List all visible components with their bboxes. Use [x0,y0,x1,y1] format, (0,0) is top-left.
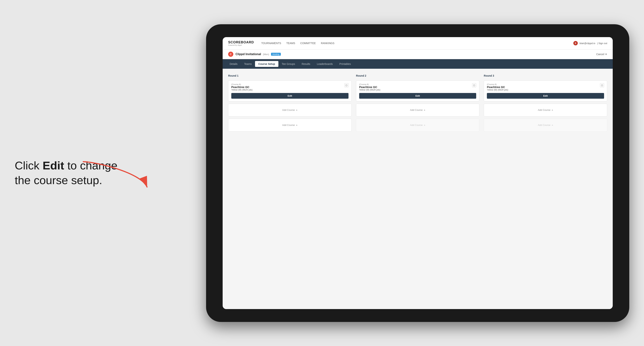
course-name: Peachtree GC [231,85,253,89]
tab-results[interactable]: Results [298,61,314,67]
cancel-button[interactable]: Cancel ✕ [596,53,607,56]
nav-teams[interactable]: TEAMS [286,42,295,45]
round-2-label: Round 2 [356,74,480,77]
add-course-card-r3-2: Add Course + [484,119,607,132]
tab-printables[interactable]: Printables [336,61,354,67]
add-course-card-r1-2[interactable]: Add Course + [228,119,352,132]
course-details-r3: Yellow (M) (6629 yds) [487,89,508,91]
add-course-card-r2-1[interactable]: Add Course + [356,104,480,117]
hosting-badge: Hosting [271,53,281,56]
round-3-label: Round 3 [484,74,607,77]
round-1-column: Round 1 (Course A) Peachtree GC Yellow (… [228,74,352,132]
user-area: B blair@clippd.io | Sign out [573,41,607,45]
rounds-grid: Round 1 (Course A) Peachtree GC Yellow (… [228,74,607,132]
round-2-course-card: (Course A) Peachtree GC Yellow (M) (6629… [356,80,480,101]
user-email: blair@clippd.io [580,42,595,45]
course-tag-r2: (Course A) [359,83,380,85]
course-card-header-r3: (Course A) Peachtree GC Yellow (M) (6629… [487,83,604,91]
course-details-r2: Yellow (M) (6629 yds) [359,89,380,91]
round-2-column: Round 2 (Course A) Peachtree GC Yellow (… [356,74,480,132]
logo-area: SCOREBOARD Powered by clippd [228,40,254,46]
nav-committee[interactable]: COMMITTEE [300,42,316,45]
add-course-card-r3-1[interactable]: Add Course + [484,104,607,117]
course-name-r3: Peachtree GC [487,85,508,89]
nav-links: TOURNAMENTS TEAMS COMMITTEE RANKINGS [261,42,573,45]
course-card-header-r2: (Course A) Peachtree GC Yellow (M) (6629… [359,83,476,91]
logo-scoreboard: SCOREBOARD [228,40,254,44]
delete-course-button[interactable]: ⊡ [344,83,348,87]
tab-leaderboards[interactable]: Leaderboards [314,61,336,67]
tablet-screen: SCOREBOARD Powered by clippd TOURNAMENTS… [223,37,613,309]
nav-tournaments[interactable]: TOURNAMENTS [261,42,281,45]
tournament-logo: C [228,52,233,57]
course-name-r2: Peachtree GC [359,85,380,89]
round-3-column: Round 3 (Course A) Peachtree GC Yellow (… [484,74,607,132]
edit-course-button-r1[interactable]: Edit [231,93,348,99]
round-3-course-card: (Course A) Peachtree GC Yellow (M) (6629… [484,80,607,101]
tournament-gender: (Men) [263,53,269,56]
instruction-bold: Edit [43,159,64,172]
course-tag: (Course A) [231,83,253,85]
sign-out-link[interactable]: | Sign out [597,42,607,45]
course-details: Yellow (M) (6629 yds) [231,89,253,91]
top-nav: SCOREBOARD Powered by clippd TOURNAMENTS… [223,37,613,50]
tournament-bar: C Clippd Invitational (Men) Hosting Canc… [223,50,613,59]
add-course-card-r1-1[interactable]: Add Course + [228,104,352,117]
nav-rankings[interactable]: RANKINGS [321,42,334,45]
tablet-shell: SCOREBOARD Powered by clippd TOURNAMENTS… [206,24,629,322]
round-1-course-card: (Course A) Peachtree GC Yellow (M) (6629… [228,80,352,101]
course-tag-r3: (Course A) [487,83,508,85]
tab-bar: Details Teams Course Setup Tee Groups Re… [223,59,613,69]
edit-course-button-r3[interactable]: Edit [487,93,604,99]
delete-course-button-r2[interactable]: ⊡ [472,83,476,87]
tab-details[interactable]: Details [226,61,241,67]
round-1-label: Round 1 [228,74,352,77]
instruction-text: Click Edit to change the course setup. [15,158,118,188]
course-card-header: (Course A) Peachtree GC Yellow (M) (6629… [231,83,348,91]
tab-course-setup[interactable]: Course Setup [255,61,278,67]
instruction-prefix: Click [15,159,43,172]
main-content: Round 1 (Course A) Peachtree GC Yellow (… [223,69,613,309]
tab-tee-groups[interactable]: Tee Groups [278,61,298,67]
add-course-card-r2-2: Add Course + [356,119,480,132]
tab-teams[interactable]: Teams [241,61,255,67]
edit-course-button-r2[interactable]: Edit [359,93,476,99]
logo-sub: Powered by clippd [228,44,254,46]
delete-course-button-r3[interactable]: ⊡ [600,83,604,87]
tournament-title: Clippd Invitational [236,53,261,56]
user-avatar: B [573,41,578,45]
